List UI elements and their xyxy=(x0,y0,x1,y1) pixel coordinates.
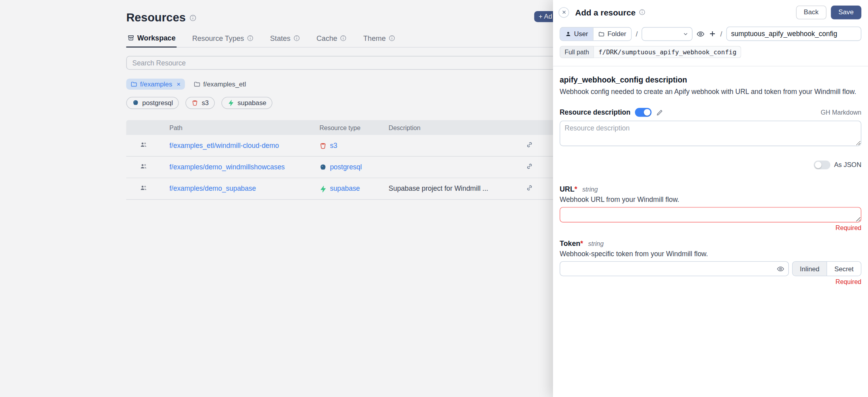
add-owner-button[interactable] xyxy=(709,30,716,38)
owner-user-button[interactable]: User xyxy=(560,27,593,40)
resource-path-builder: User Folder / xyxy=(560,27,861,41)
token-type-label: string xyxy=(588,240,603,247)
url-input[interactable] xyxy=(560,207,861,222)
url-label: URL* xyxy=(560,185,577,193)
url-field: URL* string Webhook URL from your Windmi… xyxy=(560,185,861,231)
token-field: Token* string Webhook-specific token fro… xyxy=(560,239,861,285)
full-path-label: Full path xyxy=(560,46,594,58)
as-json-toggle[interactable] xyxy=(814,161,830,169)
token-required-text: Required xyxy=(560,278,861,285)
eye-icon xyxy=(696,30,705,38)
description-toggle[interactable] xyxy=(635,108,651,117)
description-label: Resource description xyxy=(560,108,630,116)
show-token-button[interactable] xyxy=(777,265,785,273)
save-button[interactable]: Save xyxy=(831,5,861,19)
preview-owners-button[interactable] xyxy=(696,30,705,38)
owner-select[interactable] xyxy=(641,27,692,41)
folder-icon xyxy=(599,31,605,36)
url-required-text: Required xyxy=(560,225,861,232)
token-label: Token* xyxy=(560,239,583,247)
app-window: + Ad Resources Workspace Resource Types xyxy=(0,0,868,397)
drawer-header: Add a resource Back Save xyxy=(553,0,868,24)
eye-icon xyxy=(777,265,785,273)
required-asterisk: * xyxy=(574,185,577,193)
inlined-button[interactable]: Inlined xyxy=(793,262,827,276)
token-input[interactable] xyxy=(560,261,789,276)
divider xyxy=(553,66,868,66)
info-icon xyxy=(639,9,646,15)
user-icon xyxy=(565,31,571,36)
plus-icon xyxy=(709,30,716,38)
close-drawer-button[interactable] xyxy=(559,7,569,17)
required-asterisk: * xyxy=(580,239,583,247)
as-json-row: As JSON xyxy=(560,161,861,169)
close-icon xyxy=(561,10,567,15)
chevron-down-icon xyxy=(683,31,689,36)
drawer-title: Add a resource xyxy=(575,8,636,17)
add-resource-drawer: Add a resource Back Save User xyxy=(553,0,868,397)
owner-kind-toggle: User Folder xyxy=(560,27,632,41)
description-header: Resource description GH Markdown xyxy=(560,108,861,117)
owner-folder-label: Folder xyxy=(607,30,626,38)
pencil-icon[interactable] xyxy=(656,109,663,116)
path-separator: / xyxy=(720,30,722,38)
secret-button[interactable]: Secret xyxy=(827,262,861,276)
resource-type-description-title: apify_webhook_config description xyxy=(560,75,861,84)
gh-markdown-hint: GH Markdown xyxy=(821,109,862,116)
path-separator: / xyxy=(636,30,638,38)
back-button[interactable]: Back xyxy=(796,5,826,19)
resource-name-input[interactable] xyxy=(726,27,861,41)
url-type-label: string xyxy=(582,186,598,193)
description-textarea[interactable] xyxy=(560,121,861,146)
token-mode-toggle: Inlined Secret xyxy=(792,261,862,276)
owner-user-label: User xyxy=(574,30,588,38)
url-help-text: Webhook URL from your Windmill flow. xyxy=(560,196,861,204)
owner-folder-button[interactable]: Folder xyxy=(593,27,631,40)
token-help-text: Webhook-specific token from your Windmil… xyxy=(560,250,861,258)
full-path: Full path f/DRK/sumptuous_apify_webhook_… xyxy=(560,46,861,58)
resource-type-description-text: Webhook config needed to create an Apify… xyxy=(560,88,861,96)
full-path-value: f/DRK/sumptuous_apify_webhook_config xyxy=(594,46,741,58)
as-json-label: As JSON xyxy=(834,161,861,169)
